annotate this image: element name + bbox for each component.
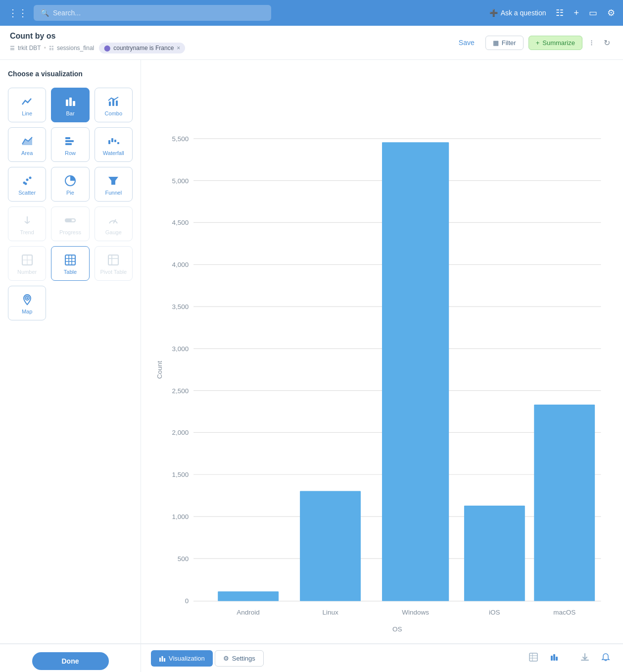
ask-question-label: Ask a question: [501, 9, 546, 17]
viz-area[interactable]: Area: [8, 127, 46, 162]
svg-text:3,500: 3,500: [172, 303, 189, 310]
bar-icon: [64, 96, 76, 107]
svg-text:1,000: 1,000: [172, 513, 189, 520]
grid-icon[interactable]: ⋮⋮: [8, 7, 28, 19]
bottom-left: Visualization ⚙ Settings: [151, 650, 264, 667]
bell-icon: [601, 653, 610, 662]
summarize-button[interactable]: + Summarize: [528, 36, 582, 50]
svg-text:OS: OS: [392, 625, 402, 633]
line-icon: [21, 96, 33, 107]
visualization-tab-button[interactable]: Visualization: [151, 650, 213, 667]
breadcrumb-db[interactable]: trkit DBT: [18, 45, 41, 52]
filter-label: Filter: [502, 39, 516, 47]
waterfall-icon: [107, 135, 119, 147]
svg-text:Count: Count: [156, 361, 163, 379]
header-right: ➕ Ask a question ☷ + ▭ ⚙: [489, 7, 615, 18]
svg-rect-32: [108, 255, 118, 265]
app-header: ⋮⋮ 🔍 ➕ Ask a question ☷ + ▭ ⚙: [0, 0, 623, 26]
viz-trend: Trend: [8, 207, 46, 241]
bars: Android Linux Windows iOS macOS: [218, 142, 595, 616]
save-button[interactable]: Save: [453, 36, 480, 50]
svg-rect-10: [108, 140, 110, 144]
svg-text:1,500: 1,500: [172, 471, 189, 478]
viz-funnel[interactable]: Funnel: [95, 167, 133, 202]
download-icon: [580, 653, 589, 662]
viz-pie[interactable]: Pie: [51, 167, 89, 202]
viz-area-label: Area: [21, 150, 33, 156]
notification-button[interactable]: [598, 650, 613, 667]
svg-text:5,500: 5,500: [172, 135, 189, 143]
svg-text:4,000: 4,000: [172, 261, 189, 268]
viz-row[interactable]: Row: [51, 127, 89, 162]
svg-rect-0: [66, 100, 68, 106]
map-icon: [21, 294, 33, 306]
breadcrumb-separator: •: [44, 45, 46, 52]
viz-number: Number: [8, 246, 46, 281]
bottom-toolbar-wrapper: Done Visualization ⚙ Settings: [0, 643, 623, 672]
bar-android: [218, 591, 279, 601]
filter-button[interactable]: ▦ Filter: [485, 36, 524, 50]
plus-icon[interactable]: +: [574, 8, 579, 18]
viz-gauge-label: Gauge: [105, 229, 122, 235]
search-input[interactable]: [53, 9, 264, 17]
svg-point-36: [26, 297, 28, 299]
bar-ios: [464, 506, 525, 601]
viz-scatter[interactable]: Scatter: [8, 167, 46, 202]
svg-rect-76: [553, 654, 555, 661]
svg-rect-7: [65, 137, 70, 139]
viz-trend-label: Trend: [20, 229, 34, 235]
filter-tag-text: countryname is France: [113, 45, 174, 52]
progress-icon: [64, 214, 76, 226]
svg-text:macOS: macOS: [553, 609, 575, 616]
bar-macos: [534, 405, 595, 601]
svg-rect-9: [65, 143, 72, 145]
monitor-icon[interactable]: ▭: [589, 7, 597, 18]
table-view-icon: [529, 653, 538, 662]
svg-rect-22: [65, 219, 72, 222]
svg-rect-70: [164, 658, 165, 662]
refresh-button[interactable]: ↻: [601, 35, 613, 51]
viz-map[interactable]: Map: [8, 286, 46, 320]
gear-icon[interactable]: ⚙: [607, 7, 615, 18]
svg-rect-5: [116, 101, 118, 106]
svg-rect-77: [556, 657, 558, 661]
bar-windows: [382, 142, 449, 601]
bottom-toolbar: Visualization ⚙ Settings: [141, 644, 623, 672]
apps-icon[interactable]: ☷: [556, 7, 564, 18]
chart-view-button[interactable]: [547, 650, 562, 667]
row-icon: [64, 135, 76, 147]
svg-text:iOS: iOS: [489, 609, 500, 616]
ask-question-button[interactable]: ➕ Ask a question: [489, 9, 546, 17]
svg-text:2,500: 2,500: [172, 387, 189, 395]
table-view-button[interactable]: [526, 650, 541, 667]
sidebar-title: Choose a visualization: [8, 70, 133, 78]
svg-text:4,500: 4,500: [172, 219, 189, 226]
viz-map-label: Map: [22, 309, 32, 314]
svg-rect-27: [65, 255, 75, 265]
svg-rect-4: [112, 99, 114, 106]
funnel-icon: [107, 175, 119, 187]
filter-tag-close[interactable]: ×: [177, 45, 180, 52]
search-bar[interactable]: 🔍: [34, 5, 271, 21]
viz-bar[interactable]: Bar: [51, 88, 89, 122]
summarize-label: Summarize: [542, 39, 575, 47]
combo-icon: [107, 96, 119, 107]
viz-table[interactable]: Table: [51, 246, 89, 281]
svg-text:500: 500: [178, 555, 189, 563]
chart-view-icon: [550, 653, 559, 662]
viz-funnel-label: Funnel: [105, 190, 122, 196]
done-button[interactable]: Done: [32, 652, 109, 670]
download-button[interactable]: [577, 650, 592, 667]
viz-line[interactable]: Line: [8, 88, 46, 122]
viz-waterfall[interactable]: Waterfall: [95, 127, 133, 162]
column-settings-button[interactable]: ⁝: [587, 35, 596, 51]
viz-bar-label: Bar: [66, 110, 74, 116]
number-icon: [21, 254, 33, 266]
viz-combo[interactable]: Combo: [95, 88, 133, 122]
breadcrumb: ☰ trkit DBT • ☷ sessions_final ⬤ country…: [10, 43, 185, 53]
breadcrumb-table[interactable]: sessions_final: [57, 45, 94, 52]
settings-tab-button[interactable]: ⚙ Settings: [215, 650, 264, 667]
svg-marker-19: [108, 177, 118, 185]
viz-row-label: Row: [65, 150, 76, 156]
viz-number-label: Number: [17, 269, 37, 275]
